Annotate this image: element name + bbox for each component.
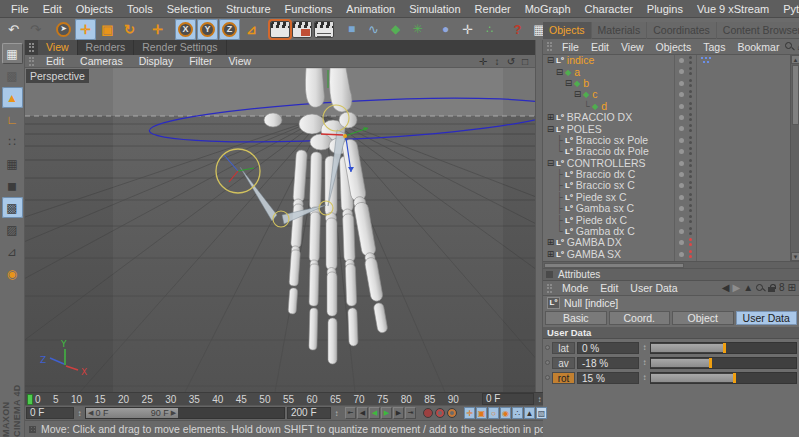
parameter-value-field[interactable]: -18 %	[577, 357, 639, 369]
menu-item-tools[interactable]: Tools	[120, 3, 160, 15]
attribute-tab-object[interactable]: Object	[672, 311, 734, 325]
points-mode-icon[interactable]: ∷	[2, 131, 23, 152]
enable-dot-icon[interactable]	[679, 217, 684, 222]
attr-menu-edit[interactable]: Edit	[594, 282, 624, 294]
attribute-tab-basic[interactable]: Basic	[545, 311, 607, 325]
visibility-dots-icon[interactable]	[689, 102, 693, 112]
visibility-dots-icon[interactable]	[689, 170, 693, 180]
preview-range-slider[interactable]: ◀ 0 F 90 F ▶	[85, 407, 285, 419]
last-tool-icon[interactable]: ✛	[147, 19, 168, 40]
hypernurbs-icon[interactable]: ◆	[385, 19, 406, 40]
tree-row-braccio-dx[interactable]: ⊞LºBRACCIO DX	[543, 112, 799, 123]
attr-menu-user-data[interactable]: User Data	[624, 282, 683, 294]
timeline-ruler[interactable]: 051015202530354045505560657075808590 0 F	[25, 392, 543, 405]
menu-item-edit[interactable]: Edit	[36, 3, 69, 15]
end-stepper-icon[interactable]	[333, 409, 340, 418]
attr-link-icon[interactable]: 8	[779, 283, 785, 293]
om-search-icon[interactable]	[785, 42, 794, 51]
menu-item-simulation[interactable]: Simulation	[402, 3, 467, 15]
record-options-button[interactable]	[447, 408, 457, 418]
lock-y-axis-icon[interactable]: Y	[197, 19, 218, 40]
tree-horizontal-scrollbar[interactable]	[543, 261, 799, 268]
lock-z-axis-icon[interactable]: Z	[219, 19, 240, 40]
model-mode-icon[interactable]: ▲	[2, 87, 23, 108]
rotate-view-icon[interactable]: ↺	[505, 56, 517, 67]
emitter-icon[interactable]: ∴	[479, 19, 500, 40]
enable-dot-icon[interactable]	[679, 229, 684, 234]
menu-item-objects[interactable]: Objects	[69, 3, 120, 15]
om-menu-objects[interactable]: Objects	[650, 41, 698, 53]
undo-icon[interactable]: ↶	[3, 19, 24, 40]
start-frame-field[interactable]: 0 F	[26, 407, 74, 419]
metaball-icon[interactable]: ●	[435, 19, 456, 40]
tree-row-a[interactable]: ⊟◆a	[543, 66, 799, 77]
value-stepper-icon[interactable]	[641, 358, 648, 367]
visibility-dots-icon[interactable]	[689, 79, 693, 89]
viewport-tab-renders[interactable]: Renders	[78, 40, 135, 55]
range-left-arrow-icon[interactable]: ◀	[88, 409, 93, 417]
spline-icon[interactable]: ∿	[363, 19, 384, 40]
enable-dot-icon[interactable]	[679, 240, 684, 245]
enable-dot-icon[interactable]	[679, 252, 684, 257]
uv-mode-icon[interactable]: ▩	[2, 197, 23, 218]
enable-dot-icon[interactable]	[679, 126, 684, 131]
key-rotation-button[interactable]: ○	[488, 407, 499, 419]
visibility-dots-icon[interactable]	[689, 250, 693, 260]
attr-new-panel-icon[interactable]: ⊞	[788, 283, 796, 293]
tree-row-b[interactable]: ⊟◆b	[543, 78, 799, 89]
coord-system-icon[interactable]: ⊿	[241, 19, 262, 40]
live-selection-icon[interactable]: ➤	[53, 19, 74, 40]
selection-filter-icon[interactable]: ◉	[2, 263, 23, 284]
manager-tab-materials[interactable]: Materials	[592, 22, 648, 39]
tree-row-braccio-sx-c[interactable]: ├LºBraccio sx C	[543, 180, 799, 191]
viewport-menu-display[interactable]: Display	[131, 55, 181, 67]
playhead-marker[interactable]	[27, 394, 33, 405]
tree-row-indice[interactable]: ⊟Lºindice	[543, 55, 799, 66]
prev-key-button[interactable]: ◀	[357, 407, 368, 419]
scroll-up-icon[interactable]: ▲	[791, 55, 799, 64]
animation-dot-icon[interactable]	[545, 360, 550, 365]
current-frame-field[interactable]: 0 F	[482, 393, 534, 405]
expand-icon[interactable]: ⊞	[546, 112, 555, 123]
goto-end-button[interactable]: ⇥	[405, 407, 416, 419]
enable-dot-icon[interactable]	[679, 161, 684, 166]
prev-frame-button[interactable]: ◀	[369, 407, 380, 419]
enable-dot-icon[interactable]	[679, 92, 684, 97]
scroll-down-icon[interactable]: ▼	[791, 252, 799, 261]
animation-dot-icon[interactable]	[545, 375, 550, 380]
parameter-value-field[interactable]: 0 %	[577, 342, 639, 354]
viewport-menu-cameras[interactable]: Cameras	[72, 55, 131, 67]
render-view-icon[interactable]	[269, 19, 290, 40]
autokey-button[interactable]	[435, 408, 445, 418]
tree-row-gamba-dx[interactable]: ⊞LºGAMBA DX	[543, 237, 799, 248]
frame-stepper-icon[interactable]	[536, 395, 543, 404]
menu-item-plugins[interactable]: Plugins	[640, 3, 690, 15]
visibility-dots-icon[interactable]	[689, 227, 693, 237]
slider-handle[interactable]	[709, 358, 712, 368]
om-menu-bookmar[interactable]: Bookmar	[731, 41, 785, 53]
menu-item-selection[interactable]: Selection	[160, 3, 219, 15]
tree-row-braccio-dx-pole[interactable]: └LºBraccio dx Pole	[543, 146, 799, 157]
zoom-view-icon[interactable]: ↕	[491, 56, 503, 67]
primitive-cube-icon[interactable]: ■	[341, 19, 362, 40]
om-menu-file[interactable]: File	[556, 41, 585, 53]
object-axis-mode-icon[interactable]: ∟	[2, 109, 23, 130]
expression-tag-icon[interactable]	[701, 57, 713, 65]
om-menu-tags[interactable]: Tags	[697, 41, 731, 53]
collapse-icon[interactable]: ⊟	[555, 67, 564, 78]
enable-dot-icon[interactable]	[679, 81, 684, 86]
enable-dot-icon[interactable]	[679, 149, 684, 154]
panel-splitter[interactable]	[535, 40, 543, 392]
parameter-slider[interactable]	[650, 342, 797, 354]
key-position-button[interactable]: ✛	[464, 407, 475, 419]
visibility-dots-icon[interactable]	[689, 147, 693, 157]
tree-vertical-scrollbar[interactable]: ▲ ▼	[790, 55, 799, 261]
polygons-mode-icon[interactable]: ◼	[2, 175, 23, 196]
manager-tab-objects[interactable]: Objects	[543, 22, 592, 39]
enable-dot-icon[interactable]	[679, 58, 684, 63]
visibility-dots-icon[interactable]	[689, 159, 693, 169]
menu-item-render[interactable]: Render	[468, 3, 518, 15]
end-frame-field[interactable]: 200 F	[287, 407, 331, 419]
enable-dot-icon[interactable]	[679, 138, 684, 143]
visibility-dots-icon[interactable]	[689, 181, 693, 191]
